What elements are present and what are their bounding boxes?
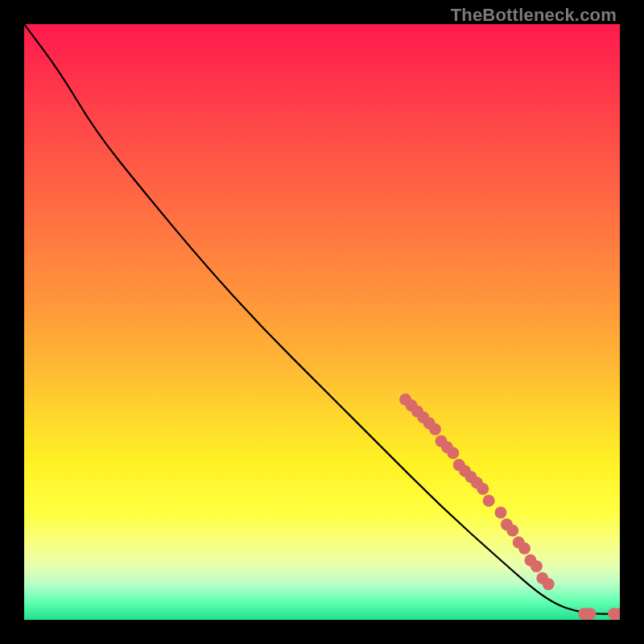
curve-line: [24, 24, 620, 614]
data-point: [543, 578, 555, 590]
data-point: [429, 423, 441, 436]
data-point: [518, 543, 530, 555]
data-point: [584, 608, 597, 620]
data-point: [483, 495, 495, 507]
plot-area: [24, 24, 620, 620]
chart-frame: TheBottleneck.com: [0, 0, 644, 644]
data-point: [506, 525, 518, 537]
watermark-text: TheBottleneck.com: [451, 5, 617, 26]
data-points: [399, 394, 620, 620]
data-point: [477, 483, 489, 495]
chart-svg: [24, 24, 620, 620]
data-point: [447, 447, 459, 459]
data-point: [530, 560, 543, 572]
data-point: [495, 506, 507, 518]
